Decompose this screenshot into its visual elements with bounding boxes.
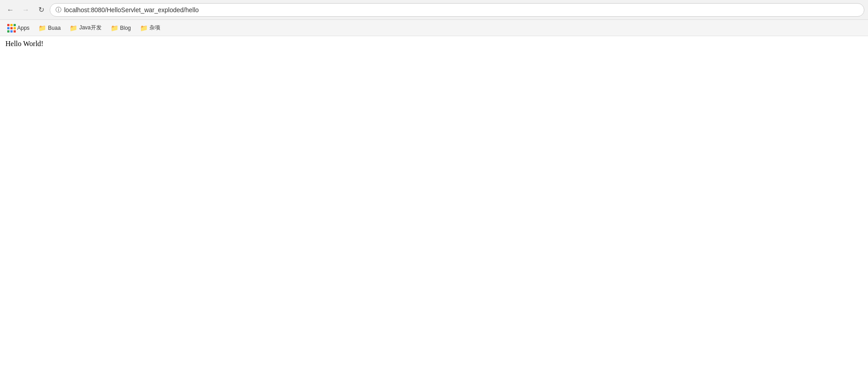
bookmark-java[interactable]: 📁 Java开发 [66,23,105,33]
bookmark-blog[interactable]: 📁 Blog [107,23,135,33]
info-icon: ⓘ [56,6,61,14]
navigation-bar: ← → ↻ ⓘ localhost:8080/HelloServlet_war_… [0,0,868,20]
folder-icon: 📁 [70,24,77,32]
folder-icon: 📁 [38,24,46,32]
hello-world-text: Hello World! [5,40,863,48]
apps-dot [10,30,13,33]
bookmark-label: 杂项 [149,24,160,32]
address-url: localhost:8080/HelloServlet_war_exploded… [64,6,199,14]
page-content: Hello World! [0,36,868,352]
apps-dot [7,27,9,29]
apps-dot [14,30,16,33]
back-button[interactable]: ← [4,3,17,17]
apps-dot [10,27,13,29]
bookmark-label: Blog [120,25,131,31]
apps-dot [10,24,13,26]
address-bar[interactable]: ⓘ localhost:8080/HelloServlet_war_explod… [50,3,864,17]
apps-label: Apps [17,25,29,31]
folder-icon: 📁 [111,24,118,32]
bookmark-misc[interactable]: 📁 杂项 [136,23,164,33]
bookmark-label: Java开发 [79,24,101,32]
apps-grid-icon [7,24,15,32]
folder-icon: 📁 [140,24,148,32]
bookmark-apps[interactable]: Apps [4,23,33,33]
apps-dot [14,27,16,29]
forward-button[interactable]: → [19,3,33,17]
apps-dot [14,24,16,26]
apps-dot [7,24,9,26]
bookmark-buaa[interactable]: 📁 Buaa [35,23,64,33]
apps-dot [7,30,9,33]
bookmark-label: Buaa [48,25,61,31]
bookmarks-bar: Apps 📁 Buaa 📁 Java开发 📁 Blog 📁 杂项 [0,20,868,36]
refresh-button[interactable]: ↻ [34,3,48,17]
